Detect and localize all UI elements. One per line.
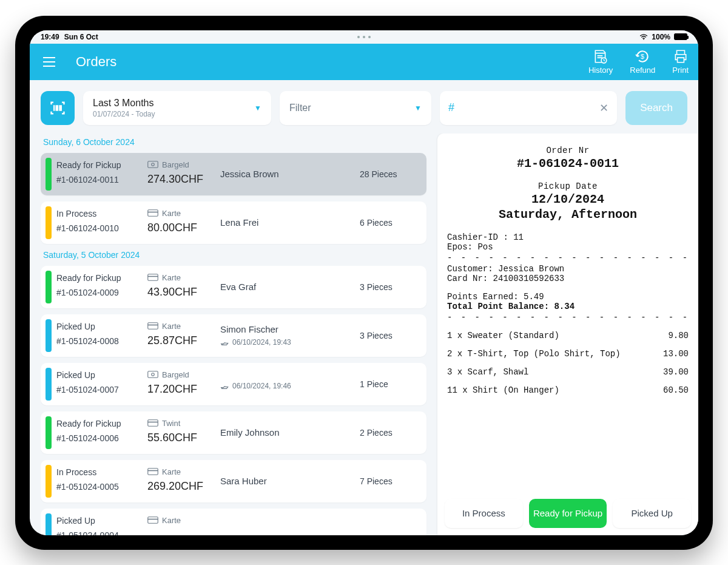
screen: 19:49 Sun 6 Oct 100% Orders History $ Re…	[30, 30, 698, 535]
status-in-process[interactable]: In Process	[445, 499, 523, 528]
search-field[interactable]: # ✕	[440, 91, 617, 125]
order-card[interactable]: Ready for Pickup #1-061024-0011 Bargeld …	[41, 153, 426, 195]
order-amount: 43.90CHF	[147, 286, 220, 299]
cashier-line: Cashier-ID : 11	[447, 232, 689, 242]
customer-name: Eva Graf	[220, 282, 360, 292]
order-card[interactable]: In Process #1-051024-0005 Karte 269.20CH…	[41, 460, 426, 502]
svg-rect-9	[148, 323, 158, 330]
order-nr-label: Order Nr	[447, 146, 689, 155]
order-amount: 25.87CHF	[147, 334, 220, 347]
print-label: Print	[672, 66, 689, 75]
order-id: #1-051024-0009	[56, 288, 147, 297]
pieces-count: 3 Pieces	[360, 282, 393, 292]
barcode-button[interactable]	[41, 91, 75, 125]
order-card[interactable]: Picked Up #1-051024-0008 Karte 25.87CHF …	[41, 314, 426, 357]
balance-line: Total Point Balance: 8.34	[447, 302, 689, 311]
pickup-label: Pickup Date	[447, 181, 689, 191]
payment-method: Karte	[147, 273, 220, 282]
epos-line: Epos: Pos	[447, 242, 689, 252]
divider: - - - - - - - - - - - - - - - - - - - - …	[447, 253, 689, 263]
order-card[interactable]: Picked Up #1-051024-0007 Bargeld 17.20CH…	[41, 363, 426, 405]
filter-dropdown[interactable]: Filter ▼	[280, 91, 431, 125]
svg-rect-17	[148, 517, 158, 524]
order-amount: 269.20CHF	[147, 480, 220, 493]
pieces-count: 1 Piece	[360, 379, 388, 389]
page-title: Orders	[76, 54, 116, 70]
status-buttons: In Process Ready for Pickup Picked Up	[437, 492, 698, 535]
refund-button[interactable]: $ Refund	[630, 49, 655, 75]
item-price: 13.00	[663, 349, 689, 359]
app-header: Orders History $ Refund Print	[30, 44, 698, 80]
status-ready[interactable]: Ready for Pickup	[529, 499, 607, 528]
customer-name: Simon Fischer	[220, 324, 360, 334]
pickup-time: 06/10/2024, 19:43	[220, 338, 360, 347]
order-status: Ready for Pickup	[56, 419, 147, 428]
order-id: #1-051024-0005	[56, 482, 147, 492]
pickup-day: Saturday, Afternoon	[447, 208, 689, 222]
status-stripe	[46, 158, 52, 191]
order-card[interactable]: Ready for Pickup #1-051024-0006 Twint 55…	[41, 411, 426, 454]
payment-method: Twint	[147, 419, 220, 428]
item-desc: 3 x Scarf, Shawl	[447, 367, 528, 377]
order-card[interactable]: Ready for Pickup #1-051024-0009 Karte 43…	[41, 266, 426, 308]
customer-name: Sara Huber	[220, 476, 360, 486]
order-id: #1-051024-0006	[56, 433, 147, 443]
order-id: #1-061024-0010	[56, 223, 147, 233]
svg-point-4	[152, 163, 155, 166]
search-input[interactable]	[459, 103, 599, 113]
svg-rect-13	[148, 420, 158, 427]
chevron-down-icon: ▼	[414, 104, 422, 112]
tablet-frame: 19:49 Sun 6 Oct 100% Orders History $ Re…	[15, 16, 713, 550]
wifi-icon	[639, 34, 648, 40]
filters-row: Last 3 Months 01/07/2024 - Today ▼ Filte…	[30, 80, 698, 134]
svg-rect-15	[148, 469, 158, 475]
refund-icon: $	[635, 49, 650, 64]
pickup-date: 12/10/2024	[447, 192, 689, 206]
date: Sun 6 Oct	[64, 33, 98, 41]
payment-method: Karte	[147, 322, 220, 331]
hash-icon: #	[448, 101, 454, 114]
payment-method: Bargeld	[147, 160, 220, 169]
order-amount: 80.00CHF	[147, 222, 220, 234]
order-amount: 55.60CHF	[147, 431, 220, 444]
status-stripe	[46, 319, 52, 352]
clear-icon[interactable]: ✕	[599, 101, 608, 115]
history-button[interactable]: History	[588, 49, 613, 75]
date-range-dropdown[interactable]: Last 3 Months 01/07/2024 - Today ▼	[83, 91, 271, 125]
order-card[interactable]: In Process #1-061024-0010 Karte 80.00CHF…	[41, 201, 426, 244]
receipt-item: 3 x Scarf, Shawl39.00	[447, 367, 689, 377]
day-header: Sunday, 6 October 2024	[43, 137, 426, 147]
battery-icon	[674, 33, 687, 40]
item-price: 60.50	[663, 385, 689, 395]
multitask-dots	[357, 36, 371, 38]
svg-rect-11	[148, 371, 158, 378]
item-desc: 2 x T-Shirt, Top (Polo Shirt, Top)	[447, 349, 621, 359]
customer-name: Lena Frei	[220, 217, 360, 228]
item-desc: 1 x Sweater (Standard)	[447, 331, 559, 340]
points-line: Points Earned: 5.49	[447, 292, 689, 302]
divider: - - - - - - - - - - - - - - - - - - - - …	[447, 313, 689, 322]
pieces-count: 3 Pieces	[360, 331, 393, 340]
battery-percent: 100%	[652, 33, 670, 41]
order-card[interactable]: Picked Up #1-051024-0004 Karte	[41, 509, 426, 535]
payment-method: Bargeld	[147, 370, 220, 379]
search-button[interactable]: Search	[625, 91, 687, 125]
order-status: In Process	[56, 467, 147, 477]
order-amount: 17.20CHF	[147, 383, 220, 396]
status-stripe	[46, 368, 52, 401]
receipt-panel: Order Nr #1-061024-0011 Pickup Date 12/1…	[437, 134, 698, 535]
payment-method: Karte	[147, 516, 220, 525]
menu-button[interactable]	[39, 52, 59, 72]
svg-rect-7	[148, 274, 158, 281]
status-stripe	[46, 513, 52, 535]
status-picked[interactable]: Picked Up	[613, 499, 691, 528]
svg-point-12	[152, 373, 155, 376]
print-button[interactable]: Print	[672, 49, 689, 75]
customer-name: Emily Johnson	[220, 427, 360, 438]
print-icon	[673, 49, 689, 64]
ios-status-bar: 19:49 Sun 6 Oct 100%	[30, 30, 698, 44]
svg-rect-5	[148, 210, 158, 217]
barcode-icon	[49, 100, 66, 117]
orders-list[interactable]: Sunday, 6 October 2024 Ready for Pickup …	[41, 134, 429, 535]
item-desc: 11 x Shirt (On Hanger)	[447, 385, 559, 395]
